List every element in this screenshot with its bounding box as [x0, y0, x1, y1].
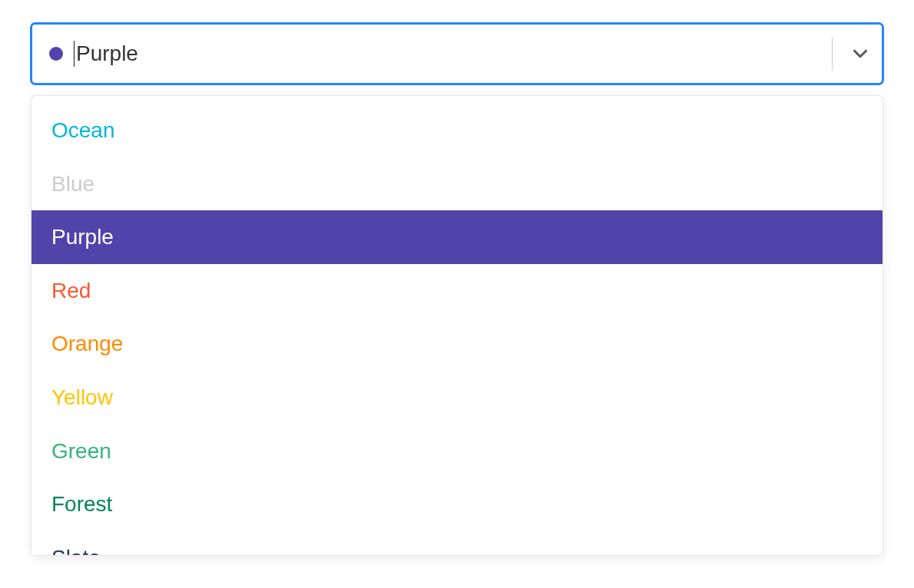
- option-red[interactable]: Red: [31, 264, 883, 318]
- select-indicators: [832, 25, 873, 83]
- option-slate[interactable]: Slate: [31, 531, 883, 556]
- color-select-control[interactable]: Purple: [31, 23, 883, 84]
- chevron-down-icon[interactable]: [848, 41, 873, 66]
- option-forest[interactable]: Forest: [31, 477, 883, 531]
- option-green[interactable]: Green: [31, 424, 883, 478]
- option-label: Red: [51, 279, 91, 302]
- selected-color-dot-icon: [49, 47, 63, 61]
- option-label: Forest: [51, 492, 112, 516]
- color-select-input-area[interactable]: Purple: [74, 41, 138, 67]
- option-label: Slate: [51, 546, 101, 556]
- option-label: Ocean: [51, 118, 115, 142]
- option-label: Yellow: [51, 385, 113, 409]
- indicator-separator: [832, 37, 833, 71]
- option-label: Green: [51, 439, 111, 463]
- color-select-value-container: Purple: [49, 41, 832, 67]
- option-ocean[interactable]: Ocean: [31, 104, 883, 157]
- option-orange[interactable]: Orange: [31, 317, 883, 371]
- selected-value-label: Purple: [76, 41, 138, 66]
- option-purple[interactable]: Purple: [31, 210, 883, 264]
- text-caret-icon: [74, 41, 75, 67]
- option-blue: Blue: [31, 157, 883, 211]
- option-label: Blue: [51, 172, 94, 196]
- color-select-menu[interactable]: OceanBluePurpleRedOrangeYellowGreenFores…: [31, 95, 883, 556]
- option-yellow[interactable]: Yellow: [31, 371, 883, 424]
- option-label: Purple: [51, 225, 114, 249]
- option-label: Orange: [51, 332, 123, 355]
